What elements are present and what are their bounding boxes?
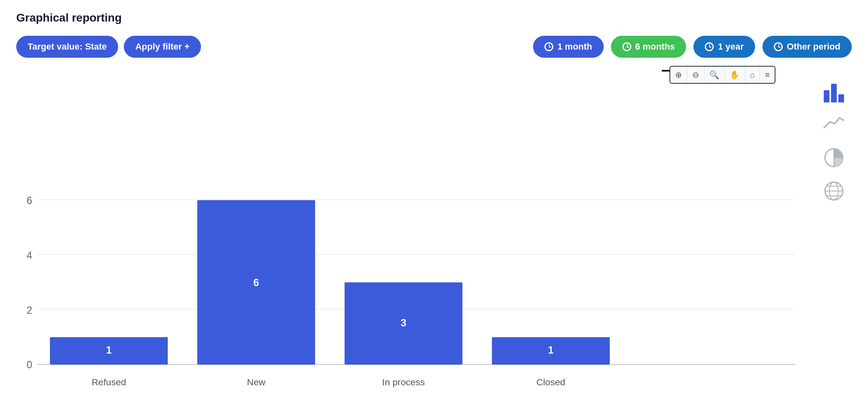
period-1year-button[interactable]: 1 year xyxy=(693,36,755,58)
clock-icon-6months xyxy=(622,42,631,51)
period-6months-label: 6 months xyxy=(635,41,675,52)
y-label-4: 4 xyxy=(27,250,32,261)
bar-inprocess-value: 3 xyxy=(401,317,406,328)
bar-chart-svg: 0 2 4 6 1 Refused 6 New xyxy=(16,90,816,410)
bar-closed-label: Closed xyxy=(536,377,565,387)
period-6months-button[interactable]: 6 months xyxy=(611,36,687,58)
chart-main: ⊕ ⊖ 🔍 ✋ ⌂ ≡ 0 2 4 6 xyxy=(16,66,816,412)
zoom-in-button[interactable]: ⊕ xyxy=(670,67,687,83)
chart-toolbar: ⊕ ⊖ 🔍 ✋ ⌂ ≡ xyxy=(669,66,775,84)
period-other-button[interactable]: Other period xyxy=(762,36,852,58)
left-controls: Target value: State Apply filter + xyxy=(16,36,201,58)
bar-closed-value: 1 xyxy=(548,344,554,356)
search-button[interactable]: 🔍 xyxy=(704,67,725,83)
globe-type-icon[interactable] xyxy=(823,180,844,202)
y-label-0: 0 xyxy=(27,359,32,370)
y-label-6: 6 xyxy=(27,195,32,206)
period-1year-label: 1 year xyxy=(718,41,744,52)
bar-refused-value: 1 xyxy=(106,344,112,356)
clock-icon-other xyxy=(774,42,783,51)
pie-chart-type-icon[interactable] xyxy=(823,147,844,168)
bar-new-label: New xyxy=(247,377,266,387)
home-button[interactable]: ⌂ xyxy=(745,67,760,83)
bar-new-value: 6 xyxy=(253,277,259,288)
chart-area: ⊕ ⊖ 🔍 ✋ ⌂ ≡ 0 2 4 6 xyxy=(16,66,852,412)
clock-icon-1month xyxy=(544,42,553,51)
page-title: Graphical reporting xyxy=(16,11,852,24)
right-icons xyxy=(816,78,852,412)
period-other-label: Other period xyxy=(787,41,840,52)
period-controls: 1 month 6 months 1 year Other period xyxy=(533,36,852,58)
menu-button[interactable]: ≡ xyxy=(760,67,775,83)
period-1month-button[interactable]: 1 month xyxy=(533,36,604,58)
pan-button[interactable]: ✋ xyxy=(725,67,745,83)
line-chart-type-icon[interactable] xyxy=(823,115,844,135)
bar-chart-type-icon[interactable] xyxy=(824,82,844,102)
period-1month-label: 1 month xyxy=(557,41,592,52)
bar-inprocess-label: In process xyxy=(382,377,425,387)
y-label-2: 2 xyxy=(27,304,32,316)
top-controls: Target value: State Apply filter + 1 mon… xyxy=(16,36,852,58)
clock-icon-1year xyxy=(705,42,714,51)
target-value-button[interactable]: Target value: State xyxy=(16,36,118,58)
bar-refused-label: Refused xyxy=(92,377,126,387)
apply-filter-button[interactable]: Apply filter + xyxy=(124,36,201,58)
zoom-out-button[interactable]: ⊖ xyxy=(687,67,704,83)
